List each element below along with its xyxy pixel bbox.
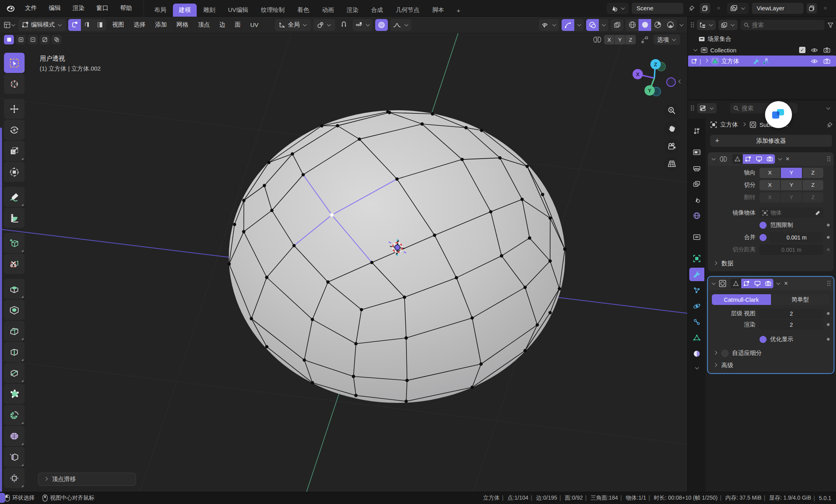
toggle-viewport-icon[interactable] [754, 154, 764, 164]
tab-layout[interactable]: 布局 [148, 4, 172, 17]
disable-render-camera-icon[interactable] [823, 58, 830, 64]
menu-vertex[interactable]: 顶点 [194, 21, 213, 29]
data-section-header[interactable]: 数据 [713, 260, 830, 267]
select-mode-new-icon[interactable] [4, 35, 14, 44]
bisect-z[interactable]: Z [803, 180, 823, 190]
camera-view-button[interactable] [664, 138, 680, 154]
scene-name-field[interactable]: Scene [632, 3, 683, 14]
show-gizmo-toggle[interactable] [562, 19, 574, 31]
flip-y[interactable]: Y [781, 192, 801, 203]
select-mode-extend-icon[interactable] [16, 35, 26, 44]
menu-mesh[interactable]: 网格 [173, 21, 192, 29]
tab-physics[interactable] [689, 299, 704, 313]
outliner-row-cube[interactable]: | 立方体 [688, 56, 836, 67]
keyframe-dot[interactable] [827, 338, 830, 341]
tab-particles[interactable] [689, 284, 704, 297]
viewlayer-name-field[interactable]: ViewLayer [752, 3, 803, 14]
zoom-button[interactable] [664, 103, 680, 119]
outliner-search-input[interactable]: 搜索 [740, 20, 824, 30]
toggle-on-cage-icon[interactable] [731, 279, 741, 288]
outliner-filter-mode[interactable] [719, 20, 738, 30]
mesh-sphere-surface[interactable] [229, 110, 565, 403]
menu-help[interactable]: 帮助 [114, 0, 138, 17]
toggle-editmode-icon[interactable] [741, 279, 752, 288]
keyframe-dot[interactable] [827, 312, 830, 315]
shading-wireframe-button[interactable] [626, 19, 639, 31]
tab-object[interactable] [689, 252, 704, 265]
select-mode-invert-icon[interactable] [40, 35, 50, 44]
collapse-chevron[interactable] [712, 281, 716, 285]
pin-scene-icon[interactable] [686, 3, 697, 13]
cube-expand-icon[interactable] [704, 59, 708, 63]
levels-render-field[interactable]: 2 [759, 320, 823, 330]
menu-uv[interactable]: UV [247, 21, 262, 28]
operator-panel[interactable]: 顶点滑移 [38, 473, 136, 486]
tab-geometry-nodes[interactable]: 几何节点 [390, 4, 426, 17]
shading-solid-button[interactable] [639, 19, 651, 31]
mode-selector[interactable]: 编辑模式 [18, 19, 66, 31]
bisect-distance-field[interactable]: 0.001 m [759, 245, 823, 255]
keyframe-dot[interactable] [827, 248, 830, 251]
symmetry-x-button[interactable]: X [604, 35, 614, 44]
menu-add[interactable]: 添加 [151, 21, 171, 29]
tab-object-data[interactable] [689, 331, 704, 345]
properties-editor-type[interactable] [697, 103, 717, 113]
tab-modifiers[interactable] [689, 268, 704, 281]
select-mode-subtract-icon[interactable] [28, 35, 38, 44]
tool-measure[interactable] [4, 208, 25, 228]
pin-id-icon[interactable] [826, 122, 833, 128]
tool-loop-cut[interactable] [4, 342, 25, 362]
tool-move[interactable] [4, 99, 25, 119]
menu-select[interactable]: 选择 [130, 21, 149, 29]
viewport-3d[interactable]: 编辑模式 视图 选择 添加 网格 顶点 边 面 UV [0, 17, 687, 492]
keyframe-dot[interactable] [827, 323, 830, 326]
show-overlays-toggle[interactable] [586, 19, 599, 31]
collapse-chevron[interactable] [712, 157, 716, 161]
menu-render[interactable]: 渲染 [67, 0, 90, 17]
tab-render[interactable] [689, 146, 704, 159]
hide-eye-icon[interactable] [811, 59, 818, 64]
editor-grip[interactable] [690, 22, 694, 28]
tabstrip-overflow[interactable] [695, 366, 699, 370]
tool-add-cube[interactable] [4, 233, 25, 253]
gizmo-axis-neg-x[interactable] [667, 78, 675, 86]
tool-select-box[interactable] [4, 53, 25, 73]
shading-rendered-button[interactable] [664, 19, 677, 31]
merge-threshold-field[interactable]: 0.001 m [770, 232, 823, 243]
xray-toggle[interactable] [611, 19, 623, 31]
shading-material-button[interactable] [651, 19, 664, 31]
new-viewlayer-button[interactable] [807, 3, 817, 13]
collection-expand-icon[interactable] [694, 48, 698, 52]
shading-dropdown[interactable] [680, 22, 684, 26]
select-mode-intersect-icon[interactable] [52, 35, 61, 44]
delete-modifier-button[interactable]: × [784, 280, 788, 287]
tool-spin[interactable] [4, 405, 25, 425]
mirror-modifier-header[interactable]: × [708, 152, 834, 166]
tool-inset-faces[interactable] [4, 300, 25, 320]
menu-view[interactable]: 视图 [109, 21, 128, 29]
outliner-row-collection[interactable]: Collection ✓ [688, 44, 836, 56]
tab-constraints[interactable] [689, 315, 704, 329]
eyedropper-icon[interactable] [815, 210, 821, 216]
tool-cursor[interactable] [4, 74, 25, 94]
adaptive-subdivision-header[interactable]: 自适应细分 [713, 349, 830, 357]
mirror-axis-z[interactable]: Z [803, 168, 823, 178]
todesk-overlay-logo[interactable] [765, 101, 792, 128]
tool-shrink-fatten[interactable] [4, 468, 25, 488]
pivot-point-selector[interactable] [313, 19, 335, 31]
tab-texture-paint[interactable]: 纹理绘制 [255, 4, 291, 17]
tab-view-layer[interactable] [689, 177, 704, 191]
viewlayer-selector[interactable] [727, 3, 749, 14]
tool-scale[interactable] [4, 141, 25, 161]
tool-annotate[interactable] [4, 187, 25, 207]
gizmo-dropdown[interactable] [574, 19, 584, 31]
tool-knife[interactable] [4, 363, 25, 383]
properties-options-dropdown[interactable] [826, 106, 830, 110]
editor-grip[interactable] [690, 105, 694, 111]
new-scene-button[interactable] [700, 3, 710, 13]
tool-edge-slide[interactable] [4, 447, 25, 467]
clipping-checkbox[interactable] [759, 222, 767, 229]
tool-transform[interactable] [4, 162, 25, 182]
toggle-render-icon[interactable] [763, 279, 773, 288]
tab-output[interactable] [689, 161, 704, 175]
